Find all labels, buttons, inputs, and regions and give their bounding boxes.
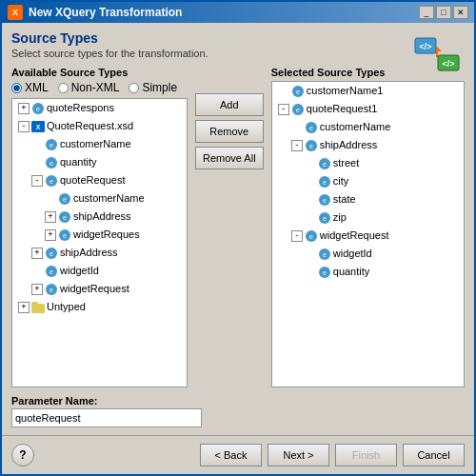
- remove-button[interactable]: Remove: [195, 120, 264, 143]
- svg-text:e: e: [50, 268, 53, 275]
- tree-item[interactable]: - e shipAddress: [272, 136, 464, 154]
- node-label: customerName: [73, 190, 145, 207]
- radio-xml-input[interactable]: [11, 83, 22, 93]
- svg-text:e: e: [63, 214, 67, 221]
- svg-text:e: e: [323, 251, 327, 258]
- node-label: widgetReques: [73, 227, 140, 243]
- tree-item[interactable]: - e widgetRequest: [272, 227, 464, 245]
- folder-icon: [31, 301, 45, 314]
- node-label: Untyped: [47, 299, 86, 315]
- radio-xml-label: XML: [25, 81, 49, 94]
- tree-item[interactable]: - e quoteRequest: [12, 171, 187, 189]
- available-panel: Available Source Types XML Non-XML Simpl…: [11, 67, 188, 387]
- tree-item[interactable]: e customerName: [12, 135, 187, 153]
- expand-icon[interactable]: -: [278, 104, 289, 115]
- element-icon: e: [45, 156, 58, 169]
- radio-xml[interactable]: XML: [11, 81, 49, 94]
- svg-text:e: e: [309, 143, 313, 149]
- expand-icon[interactable]: +: [31, 248, 43, 259]
- svg-text:e: e: [323, 215, 327, 222]
- remove-all-button[interactable]: Remove All: [195, 147, 264, 169]
- expand-icon[interactable]: -: [291, 230, 303, 242]
- expand-icon[interactable]: +: [45, 229, 56, 241]
- expand-icon[interactable]: +: [18, 302, 30, 313]
- tree-item[interactable]: e quantity: [272, 263, 464, 281]
- expand-icon[interactable]: +: [31, 284, 43, 295]
- radio-nonxml-input[interactable]: [58, 83, 69, 93]
- tree-item[interactable]: - e quoteRequest1: [272, 100, 464, 118]
- tree-item[interactable]: + e shipAddress: [12, 244, 187, 262]
- node-label: QuoteRequest.xsd: [47, 118, 133, 134]
- cancel-button[interactable]: Cancel: [403, 444, 465, 466]
- parameter-input[interactable]: [11, 408, 202, 427]
- tree-item[interactable]: e customerName: [272, 118, 464, 136]
- tree-item[interactable]: + Untyped: [12, 298, 187, 316]
- radio-simple-label: Simple: [142, 81, 177, 94]
- radio-simple-input[interactable]: [129, 83, 139, 93]
- node-label: state: [333, 191, 356, 208]
- element-icon: e: [58, 210, 71, 224]
- expand-icon[interactable]: -: [291, 140, 303, 151]
- expand-icon[interactable]: -: [18, 121, 30, 132]
- tree-item[interactable]: e zip: [272, 208, 464, 227]
- tree-item[interactable]: e widgetId: [12, 262, 187, 280]
- tree-item[interactable]: e customerName: [12, 189, 187, 208]
- element-icon: e: [305, 121, 318, 134]
- tree-item[interactable]: + e quoteRespons: [12, 99, 187, 117]
- element-icon: e: [58, 228, 71, 242]
- node-label: customerName: [60, 136, 131, 152]
- element-icon: e: [45, 265, 58, 278]
- tree-item[interactable]: e quantity: [12, 153, 187, 171]
- tree-item[interactable]: e city: [272, 172, 464, 190]
- element-icon: e: [318, 266, 331, 279]
- tree-item[interactable]: e customerName1: [272, 82, 464, 100]
- svg-text:e: e: [50, 287, 53, 293]
- tree-item[interactable]: + e widgetReques: [12, 226, 187, 244]
- top-section: Source Types Select source types for the…: [11, 30, 465, 67]
- finish-button[interactable]: Finish: [335, 444, 397, 466]
- tree-item[interactable]: - X QuoteRequest.xsd: [12, 117, 187, 135]
- minimize-button[interactable]: _: [419, 6, 434, 19]
- radio-nonxml[interactable]: Non-XML: [58, 81, 120, 94]
- node-label: widgetRequest: [320, 228, 389, 244]
- element-icon: e: [318, 193, 331, 207]
- tree-item[interactable]: e street: [272, 154, 464, 172]
- back-button[interactable]: < Back: [200, 444, 262, 466]
- svg-text:e: e: [63, 196, 67, 203]
- close-button[interactable]: ✕: [453, 6, 468, 19]
- element-icon: e: [291, 85, 305, 98]
- add-button[interactable]: Add: [195, 93, 264, 116]
- svg-text:e: e: [323, 269, 327, 276]
- node-label: widgetId: [60, 263, 99, 279]
- svg-text:e: e: [323, 161, 327, 168]
- maximize-button[interactable]: □: [436, 6, 451, 19]
- available-tree[interactable]: + e quoteRespons - X QuoteRequest.xsd: [11, 98, 188, 387]
- help-button[interactable]: ?: [11, 444, 34, 466]
- node-label: shipAddress: [60, 245, 118, 261]
- svg-text:X: X: [36, 124, 41, 130]
- tree-item[interactable]: e widgetId: [272, 245, 464, 263]
- page-subtitle: Select source types for the transformati…: [11, 48, 465, 59]
- element-icon: e: [305, 229, 318, 243]
- radio-simple[interactable]: Simple: [129, 81, 177, 94]
- element-icon: e: [291, 103, 305, 116]
- svg-text:e: e: [50, 142, 53, 149]
- tree-item[interactable]: e state: [272, 190, 464, 208]
- node-label: widgetRequest: [60, 281, 129, 297]
- action-buttons: Add Remove Remove All: [195, 67, 264, 387]
- node-label: customerName: [320, 119, 391, 135]
- selected-tree[interactable]: e customerName1 - e quoteRequest1: [271, 81, 465, 387]
- panels-row: Available Source Types XML Non-XML Simpl…: [11, 67, 465, 387]
- node-label: city: [333, 173, 349, 189]
- tree-item[interactable]: + e widgetRequest: [12, 280, 187, 298]
- expand-icon[interactable]: +: [45, 211, 56, 223]
- expand-icon[interactable]: +: [18, 103, 30, 114]
- node-label: quoteRequest: [60, 172, 126, 188]
- element-icon: e: [45, 283, 58, 296]
- transform-icon: </> </>: [413, 30, 461, 78]
- svg-text:e: e: [323, 179, 327, 186]
- expand-icon[interactable]: -: [31, 175, 43, 187]
- next-button[interactable]: Next >: [268, 444, 329, 466]
- svg-text:</>: </>: [442, 59, 454, 69]
- tree-item[interactable]: + e shipAddress: [12, 208, 187, 226]
